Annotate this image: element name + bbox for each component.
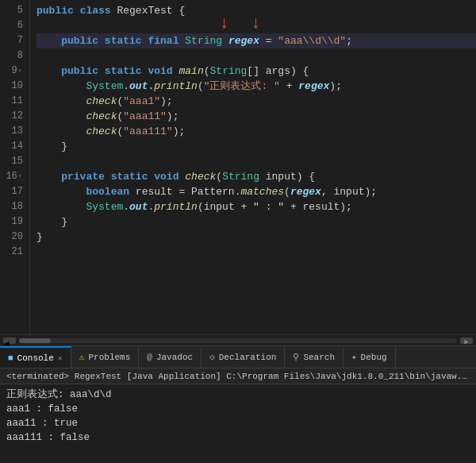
output-line-2: aaa1 : false	[6, 402, 470, 416]
console-area: <terminated> RegexTest [Java Application…	[0, 368, 476, 463]
code-line-13: check ( "aaa111" );	[36, 124, 476, 139]
console-output: 正则表达式: aaa\d\d aaa1 : false aaa11 : true…	[0, 384, 476, 463]
tab-javadoc[interactable]: @ Javadoc	[139, 346, 202, 368]
code-line-20: }	[36, 230, 476, 245]
code-content: 5 6 7 8 9◦ 10 11 12 13 14 15 16◦ 17 18 1…	[0, 0, 476, 334]
line-num-8: 8	[3, 48, 23, 64]
editor-scrollbar[interactable]: ◀ ▶	[0, 334, 476, 345]
console-tab-close[interactable]: ✕	[58, 353, 63, 363]
line-num-13: 13	[3, 124, 23, 139]
code-line-6	[36, 18, 476, 33]
line-num-9: 9◦	[3, 64, 23, 79]
line-num-19: 19	[3, 214, 23, 230]
code-line-14: }	[36, 139, 476, 154]
tab-problems[interactable]: ⚠ Problems	[71, 346, 139, 368]
line-num-17: 17	[3, 184, 23, 199]
line-num-11: 11	[3, 94, 23, 109]
search-tab-label: Search	[303, 353, 335, 362]
scrollbar-track	[19, 338, 457, 343]
code-line-8	[36, 48, 476, 64]
line-num-16: 16◦	[3, 169, 23, 184]
debug-icon: ✦	[351, 352, 357, 362]
line-num-12: 12	[3, 109, 23, 124]
output-line-3: aaa11 : true	[6, 416, 470, 430]
line-num-14: 14	[3, 139, 23, 154]
line-num-18: 18	[3, 199, 23, 214]
problems-icon: ⚠	[79, 352, 85, 362]
console-icon: ■	[8, 353, 13, 363]
scroll-left[interactable]: ◀	[3, 338, 16, 344]
code-line-19: }	[36, 214, 476, 230]
line-num-15: 15	[3, 154, 23, 169]
console-tab-label: Console	[17, 353, 54, 363]
output-line-4: aaa111 : false	[6, 430, 470, 445]
code-line-16: private static void check ( String input…	[36, 169, 476, 184]
code-line-15	[36, 154, 476, 169]
line-num-5: 5	[3, 3, 23, 18]
javadoc-tab-label: Javadoc	[156, 353, 193, 362]
terminated-label: <terminated> RegexTest [Java Application…	[6, 372, 476, 381]
code-line-5: public class RegexTest {	[36, 3, 476, 18]
tab-debug[interactable]: ✦ Debug	[344, 346, 396, 368]
line-num-10: 10	[3, 79, 23, 94]
tab-search[interactable]: ⚲ Search	[285, 346, 344, 368]
code-line-11: check ( "aaa1" );	[36, 94, 476, 109]
code-line-12: check ( "aaa11" );	[36, 109, 476, 124]
debug-tab-label: Debug	[361, 353, 387, 362]
code-lines: public class RegexTest { public static f…	[30, 0, 476, 334]
scroll-right[interactable]: ▶	[460, 338, 473, 344]
line-num-21: 21	[3, 245, 23, 260]
search-icon: ⚲	[293, 352, 299, 362]
code-line-18: System . out . println (input + " : " + …	[36, 199, 476, 214]
line-num-6: 6	[3, 18, 23, 33]
line-numbers: 5 6 7 8 9◦ 10 11 12 13 14 15 16◦ 17 18 1…	[0, 0, 30, 334]
declaration-icon: ◇	[209, 352, 215, 362]
problems-tab-label: Problems	[88, 353, 130, 362]
code-line-7: public static final String regex = "aaa\…	[36, 33, 476, 48]
tab-console[interactable]: ■ Console ✕	[0, 346, 71, 368]
code-line-17: boolean result = Pattern. matches ( rege…	[36, 184, 476, 199]
code-line-21	[36, 245, 476, 260]
tab-bar: ■ Console ✕ ⚠ Problems @ Javadoc ◇ Decla…	[0, 345, 476, 368]
code-line-9: public static void main ( String [] args…	[36, 64, 476, 79]
line-num-7: 7	[3, 33, 23, 48]
tab-declaration[interactable]: ◇ Declaration	[202, 346, 285, 368]
scrollbar-thumb[interactable]	[19, 338, 51, 343]
console-header: <terminated> RegexTest [Java Application…	[0, 368, 476, 384]
editor-area: 5 6 7 8 9◦ 10 11 12 13 14 15 16◦ 17 18 1…	[0, 0, 476, 345]
declaration-tab-label: Declaration	[219, 353, 277, 362]
javadoc-icon: @	[147, 353, 152, 362]
output-line-1: 正则表达式: aaa\d\d	[6, 388, 470, 402]
code-line-10: System . out . println ( "正则表达式: " + reg…	[36, 79, 476, 94]
line-num-20: 20	[3, 230, 23, 245]
